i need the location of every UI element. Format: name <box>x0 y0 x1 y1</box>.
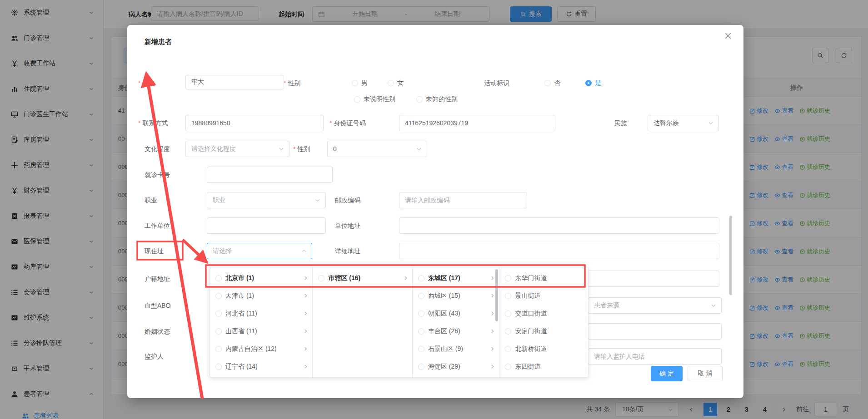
radio-icon[interactable] <box>418 346 424 352</box>
chevron-right-icon <box>303 275 309 281</box>
chevron-right-icon <box>403 275 409 281</box>
cascader-option[interactable]: 东四街道 <box>499 358 588 375</box>
cascader-option[interactable]: 景山街道 <box>499 287 588 305</box>
modal-scrollbar[interactable] <box>729 216 732 295</box>
radio-option-yes[interactable]: 是 <box>585 75 601 91</box>
current-address-label: 现住址 <box>145 243 164 259</box>
active-flag-label: 活动标识 <box>484 75 509 91</box>
cascader-option[interactable]: 山西省 (11) <box>210 322 312 340</box>
radio-icon[interactable] <box>418 328 424 335</box>
household-address-label: 户籍地址 <box>145 271 170 287</box>
gender2-select[interactable]: 0 <box>327 141 427 157</box>
radio-icon <box>544 80 551 86</box>
cascader-column: 市辖区 (16) <box>313 267 412 377</box>
radio-icon[interactable] <box>215 346 222 352</box>
education-select[interactable]: 请选择文化程度 <box>185 141 289 157</box>
detail-address-input[interactable] <box>399 243 719 259</box>
radio-option-male[interactable]: 男 <box>352 75 368 91</box>
cascader-option[interactable]: 河北省 (11) <box>210 305 312 322</box>
chevron-right-icon <box>489 275 495 281</box>
cascader-option-label: 景山街道 <box>515 292 584 300</box>
cascader-option[interactable]: 安定门街道 <box>499 322 588 340</box>
chevron-down-icon <box>416 146 422 152</box>
radio-option-unstated-gender[interactable]: 未说明性别 <box>354 93 395 106</box>
cascader-option[interactable]: 辽宁省 (14) <box>210 358 312 375</box>
work-unit-input[interactable] <box>207 217 326 234</box>
radio-icon[interactable] <box>505 346 511 352</box>
cascader-option[interactable]: 西城区 (15) <box>413 287 499 305</box>
contact-label: *联系方式 <box>138 115 168 131</box>
radio-icon[interactable] <box>418 275 424 281</box>
cascader-option-label: 市辖区 (16) <box>328 274 399 282</box>
name-input[interactable] <box>185 75 284 89</box>
cascader-option-label: 山西省 (11) <box>225 327 299 335</box>
card-no-input[interactable] <box>207 167 333 183</box>
chevron-right-icon <box>489 311 495 316</box>
radio-icon[interactable] <box>418 293 424 299</box>
work-address-input[interactable] <box>399 217 719 234</box>
close-icon <box>723 31 733 40</box>
cascader-column: 东华门街道景山街道交道口街道安定门街道北新桥街道东四街道 <box>499 267 588 377</box>
cascader-option-label: 北新桥街道 <box>515 345 584 353</box>
radio-option-female[interactable]: 女 <box>388 75 404 91</box>
cascader-option[interactable]: 天津市 (1) <box>210 287 312 305</box>
chevron-right-icon <box>303 346 309 352</box>
chevron-down-icon <box>708 120 714 126</box>
chevron-right-icon <box>303 328 309 334</box>
radio-icon[interactable] <box>215 275 222 281</box>
patient-source-select[interactable]: 患者来源 <box>588 297 722 314</box>
detail-address-label: 详细地址 <box>335 243 360 259</box>
radio-icon[interactable] <box>215 293 222 299</box>
cancel-button[interactable]: 取 消 <box>688 366 723 381</box>
radio-icon[interactable] <box>505 293 511 299</box>
cascader-option[interactable]: 朝阳区 (43) <box>413 305 499 322</box>
radio-icon[interactable] <box>215 328 222 335</box>
confirm-button[interactable]: 确 定 <box>651 366 683 381</box>
cascader-option[interactable]: 海淀区 (29) <box>413 358 499 375</box>
radio-icon[interactable] <box>215 311 222 317</box>
current-address-cascader[interactable]: 请选择 <box>207 243 312 259</box>
cascader-option[interactable]: 交道口街道 <box>499 305 588 322</box>
cascader-option[interactable]: 石景山区 (9) <box>413 340 499 358</box>
radio-option-unknown-gender[interactable]: 未知的性别 <box>416 93 458 106</box>
close-button[interactable] <box>723 31 733 40</box>
cascader-option-label: 河北省 (11) <box>225 310 299 318</box>
radio-icon[interactable] <box>318 275 324 281</box>
id-number-input[interactable] <box>399 115 555 131</box>
cascader-option-label: 海淀区 (29) <box>428 363 486 371</box>
radio-icon[interactable] <box>215 364 222 370</box>
cascader-option-label: 内蒙古自治区 (12) <box>225 345 299 353</box>
radio-icon[interactable] <box>505 328 511 335</box>
cascader-option[interactable]: 东华门街道 <box>499 269 588 287</box>
chevron-right-icon <box>489 328 495 334</box>
radio-icon <box>354 96 360 103</box>
radio-icon[interactable] <box>505 311 511 317</box>
postal-code-input[interactable] <box>399 192 527 208</box>
contact-input[interactable] <box>185 115 324 131</box>
cascader-option[interactable]: 内蒙古自治区 (12) <box>210 340 312 358</box>
occupation-label: 职业 <box>145 192 157 208</box>
chevron-right-icon <box>303 364 309 370</box>
cascader-option-label: 交道口街道 <box>515 310 584 318</box>
cascader-option[interactable]: 市辖区 (16) <box>313 269 412 287</box>
cascader-option-label: 丰台区 (26) <box>428 327 486 335</box>
cascader-option-label: 西城区 (15) <box>428 292 486 300</box>
chevron-down-icon <box>278 146 284 152</box>
chevron-right-icon <box>489 364 495 370</box>
cascader-option[interactable]: 北新桥街道 <box>499 340 588 358</box>
cascader-option-label: 石景山区 (9) <box>428 345 486 353</box>
radio-icon[interactable] <box>505 364 511 370</box>
occupation-select[interactable]: 职业 <box>207 192 326 208</box>
ethnicity-select[interactable]: 达斡尔族 <box>648 115 719 131</box>
cascader-option[interactable]: 东城区 (17) <box>413 269 499 287</box>
cascader-option[interactable]: 丰台区 (26) <box>413 322 499 340</box>
cascader-scrollbar[interactable] <box>495 269 498 321</box>
radio-option-no[interactable]: 否 <box>544 75 560 91</box>
guardian-phone-input[interactable] <box>588 348 722 365</box>
radio-icon[interactable] <box>418 364 424 370</box>
radio-icon <box>388 80 394 86</box>
marital-status-input[interactable] <box>588 323 722 340</box>
radio-icon[interactable] <box>418 311 424 317</box>
cascader-option[interactable]: 北京市 (1) <box>210 269 312 287</box>
radio-icon[interactable] <box>505 275 511 281</box>
